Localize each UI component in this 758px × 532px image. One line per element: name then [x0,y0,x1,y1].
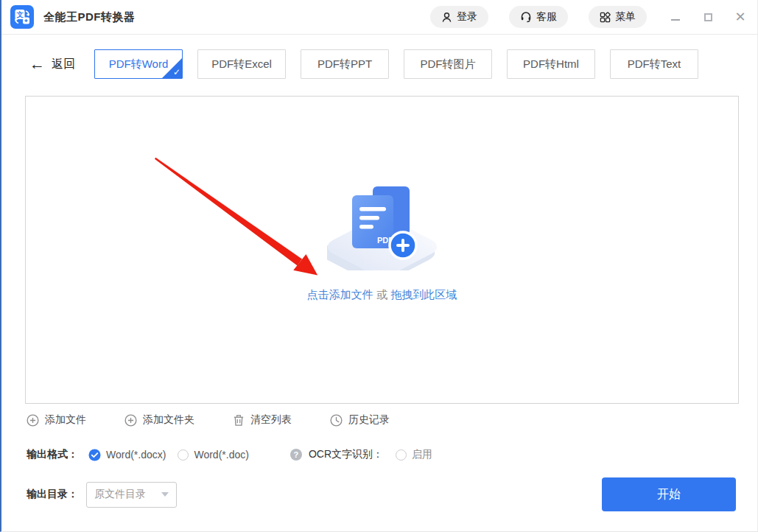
tab-pdf-to-text[interactable]: PDF转Text [610,49,698,79]
tab-label: PDF转Text [628,57,681,71]
tool-label: 添加文件 [45,413,86,427]
close-button[interactable]: ✕ [734,10,747,24]
output-dir-select[interactable]: 原文件目录 [86,482,177,508]
tab-pdf-to-word[interactable]: PDF转Word ✓ [94,49,183,79]
start-button[interactable]: 开始 [602,477,736,511]
login-label: 登录 [457,10,477,24]
chevron-down-icon [161,492,169,497]
tab-label: PDF转Word [109,57,169,71]
ocr-enable-radio[interactable]: 启用 [396,448,432,461]
check-icon: ✓ [173,67,180,77]
person-icon [441,12,452,23]
or-text: 或 [376,288,387,301]
tab-pdf-to-ppt[interactable]: PDF转PPT [301,49,389,79]
app-window: 文 全能王PDF转换器 登录 [0,0,758,532]
svg-text:文: 文 [16,10,24,18]
window-controls: ✕ [669,10,747,24]
radio-word-doc[interactable]: Word(*.doc) [178,449,248,461]
dropzone-hint: 点击添加文件 或 拖拽到此区域 [307,288,457,302]
add-file-button[interactable]: 添加文件 [27,413,86,427]
drag-here-link[interactable]: 拖拽到此区域 [390,288,457,301]
back-label: 返回 [52,57,75,72]
menu-label: 菜单 [615,10,636,24]
tab-pdf-to-html[interactable]: PDF转Html [507,49,595,79]
login-button[interactable]: 登录 [430,6,488,28]
output-format-row: 输出格式： Word(*.docx) Word(*.doc) ? OCR文字识别… [27,448,432,461]
menu-button[interactable]: 菜单 [589,6,647,28]
output-directory-row: 输出目录： 原文件目录 开始 [27,477,736,511]
title-bar: 文 全能王PDF转换器 登录 [1,0,757,35]
tool-label: 添加文件夹 [143,413,194,427]
ocr-label: OCR文字识别： [309,448,383,461]
radio-word-docx[interactable]: Word(*.docx) [88,449,166,461]
back-arrow-icon: ← [29,57,45,71]
radio-label: Word(*.doc) [194,449,248,461]
output-dir-value: 原文件目录 [94,488,146,501]
conversion-tab-bar: ← 返回 PDF转Word ✓ PDF转Excel PDF转PPT PDF转图片… [1,35,757,79]
radio-unchecked-icon [396,449,407,461]
tab-label: PDF转Excel [211,57,272,71]
tab-label: PDF转Html [523,57,579,71]
file-drop-zone[interactable]: PDF 点击添加文件 或 拖拽到此区域 [25,96,739,404]
circle-plus-icon [124,414,137,427]
support-button[interactable]: 客服 [509,6,568,28]
tool-label: 历史记录 [348,413,390,427]
radio-unchecked-icon [178,449,189,461]
radio-checked-icon [88,449,101,461]
add-files-link[interactable]: 点击添加文件 [307,288,373,301]
tool-label: 清空列表 [250,413,292,427]
output-dir-label: 输出目录： [27,488,78,501]
history-button[interactable]: 历史记录 [330,413,390,427]
add-pdf-illustration-icon: PDF [327,182,438,270]
minimize-button[interactable] [669,10,682,24]
apps-grid-icon [600,12,611,23]
tab-pdf-to-excel[interactable]: PDF转Excel [197,49,286,79]
radio-label: Word(*.docx) [106,449,166,461]
ocr-group: ? OCR文字识别： 启用 [290,448,432,461]
tab-label: PDF转图片 [421,57,476,71]
app-title: 全能王PDF转换器 [43,10,136,24]
circle-plus-icon [27,414,39,427]
tabs: PDF转Word ✓ PDF转Excel PDF转PPT PDF转图片 PDF转… [94,49,698,79]
app-logo-icon: 文 [10,5,34,29]
ocr-enable-label: 启用 [412,448,432,461]
tab-pdf-to-image[interactable]: PDF转图片 [404,49,492,79]
format-label: 输出格式： [27,448,78,461]
help-question-icon[interactable]: ? [290,449,302,461]
trash-icon [233,414,245,427]
clear-list-button[interactable]: 清空列表 [233,413,292,427]
tab-label: PDF转PPT [317,57,372,71]
back-button[interactable]: ← 返回 [29,57,75,72]
add-folder-button[interactable]: 添加文件夹 [124,413,194,427]
maximize-button[interactable] [701,10,715,24]
history-clock-icon [330,414,343,427]
support-label: 客服 [536,10,557,24]
headset-icon [520,11,532,23]
file-actions-toolbar: 添加文件 添加文件夹 清空列表 历史记录 [27,413,390,427]
